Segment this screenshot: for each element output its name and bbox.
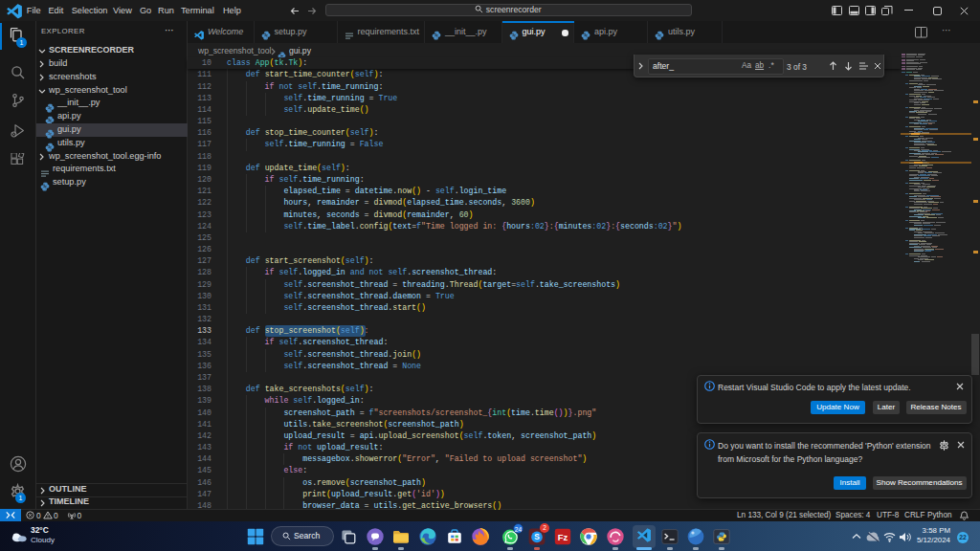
svg-text:Fz: Fz bbox=[558, 532, 568, 542]
svg-text:S: S bbox=[534, 532, 540, 541]
